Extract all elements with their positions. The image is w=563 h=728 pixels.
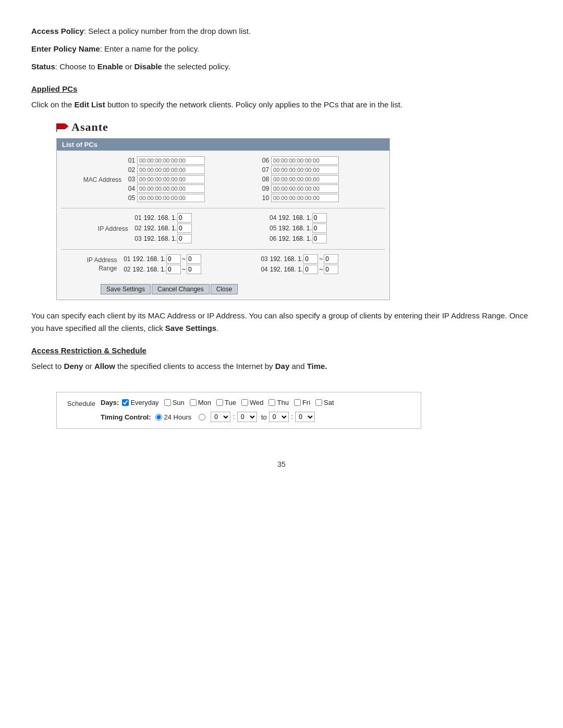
asante-logo: Asante	[56, 120, 532, 134]
custom-option[interactable]	[199, 414, 207, 421]
mac-input-03[interactable]	[137, 175, 205, 183]
ip-range-from-02[interactable]	[166, 265, 181, 274]
24h-radio[interactable]	[155, 414, 162, 421]
allow-bold: Allow	[94, 362, 115, 371]
ip-range-label: IP AddressRange	[61, 252, 118, 278]
everyday-checkbox[interactable]	[122, 399, 129, 406]
save-settings-button[interactable]: Save Settings	[101, 284, 151, 294]
from-hour-select[interactable]: 0	[211, 412, 230, 422]
schedule-table: Schedule Days: Everyday Sun	[63, 399, 412, 422]
mac-input-02[interactable]	[137, 166, 205, 174]
sat-checkbox[interactable]	[315, 399, 322, 406]
everyday-item[interactable]: Everyday	[122, 399, 158, 406]
enter-policy-bold: Enter Policy Name	[31, 44, 100, 53]
sun-item[interactable]: Sun	[164, 399, 185, 406]
ip-range-to-02[interactable]	[187, 265, 201, 274]
mac-row-10: 10	[258, 194, 384, 202]
ip-input-04[interactable]	[312, 213, 327, 223]
status-disable: Disable	[134, 62, 162, 71]
mon-item[interactable]: Mon	[190, 399, 211, 406]
pc-list-container: List of PCs MAC Address 01 02 03 04 05	[56, 138, 390, 300]
ip-input-03[interactable]	[177, 234, 192, 243]
to-hour-select[interactable]: 0	[269, 412, 289, 422]
mac-row-7: 07	[258, 166, 384, 174]
fri-checkbox[interactable]	[294, 399, 301, 406]
mac-input-10[interactable]	[271, 194, 339, 202]
ip-range-row-2: 02 192. 168. 1. ~	[119, 265, 247, 274]
days-row: Days: Everyday Sun Mon	[101, 399, 412, 406]
mac-address-section: MAC Address 01 02 03 04 05 06 07	[61, 154, 385, 206]
pc-list-body: MAC Address 01 02 03 04 05 06 07	[57, 151, 389, 300]
cancel-changes-button[interactable]: Cancel Changes	[152, 284, 210, 294]
ip-input-06[interactable]	[312, 234, 327, 243]
ip-range-from-04[interactable]	[303, 265, 318, 274]
ip-range-from-01[interactable]	[166, 254, 181, 264]
deny-bold: Deny	[64, 362, 83, 371]
applied-pcs-desc: Click on the Edit List button to specify…	[31, 98, 532, 111]
schedule-row: Schedule Days: Everyday Sun	[63, 399, 412, 422]
mac-row-5: 05	[124, 194, 250, 202]
mac-input-06[interactable]	[271, 156, 339, 165]
access-policy-bold: Access Policy	[31, 27, 84, 35]
ip-range-from-03[interactable]	[303, 254, 318, 264]
wed-checkbox[interactable]	[241, 399, 248, 406]
status-bold: Status	[31, 62, 55, 71]
ip-input-01[interactable]	[177, 213, 192, 223]
thu-item[interactable]: Thu	[268, 399, 288, 406]
edit-list-bold: Edit List	[75, 100, 105, 109]
thu-checkbox[interactable]	[268, 399, 275, 406]
ip-row-6: 06 192. 168. 1.	[265, 234, 384, 243]
day-bold: Day	[275, 362, 290, 371]
time-bold: Time.	[307, 362, 327, 371]
ip-range-to-03[interactable]	[324, 254, 338, 264]
sat-label: Sat	[324, 399, 334, 406]
mac-input-05[interactable]	[137, 194, 205, 202]
mac-rows-left: 01 02 03 04 05 06 07 08 09 10	[124, 154, 384, 205]
schedule-label: Schedule	[63, 399, 101, 422]
mac-row-9: 09	[258, 184, 384, 193]
ip-input-05[interactable]	[312, 224, 327, 233]
ip-col-left: 01 192. 168. 1. 02 192. 168. 1. 03	[130, 213, 250, 244]
custom-radio[interactable]	[199, 414, 205, 421]
ip-input-02[interactable]	[177, 224, 192, 233]
mon-checkbox[interactable]	[190, 399, 197, 406]
mac-input-09[interactable]	[271, 184, 339, 193]
ip-range-col-left: 01 192. 168. 1. ~ 02 192. 168. 1. ~	[119, 254, 247, 275]
from-min-select[interactable]: 0	[237, 412, 257, 422]
schedule-container: Schedule Days: Everyday Sun	[56, 392, 421, 429]
ip-range-to-01[interactable]	[187, 254, 201, 264]
schedule-inner: Schedule Days: Everyday Sun	[56, 392, 421, 429]
mac-col-left: 01 02 03 04 05	[124, 156, 250, 203]
mac-input-08[interactable]	[271, 175, 339, 183]
specify-clients-desc: You can specify each client by its MAC A…	[31, 310, 532, 335]
sun-checkbox[interactable]	[164, 399, 171, 406]
fri-item[interactable]: Fri	[294, 399, 310, 406]
thu-label: Thu	[277, 399, 288, 406]
wed-item[interactable]: Wed	[241, 399, 264, 406]
mac-input-01[interactable]	[137, 156, 205, 165]
mon-label: Mon	[198, 399, 211, 406]
ip-range-to-04[interactable]	[324, 265, 338, 274]
ip-range-divider	[61, 249, 385, 250]
mac-row-1: 01	[124, 156, 250, 165]
close-button[interactable]: Close	[211, 284, 238, 294]
mac-input-04[interactable]	[137, 184, 205, 193]
ip-rows: 01 192. 168. 1. 02 192. 168. 1. 03	[130, 211, 384, 246]
mac-row-2: 02	[124, 166, 250, 174]
24h-option[interactable]: 24 Hours	[155, 413, 192, 421]
timing-control-label: Timing Control:	[101, 413, 151, 421]
applied-pcs-heading: Applied PCs	[31, 84, 532, 93]
mac-row-8: 08	[258, 175, 384, 183]
sat-item[interactable]: Sat	[315, 399, 334, 406]
pc-list-header: List of PCs	[57, 139, 389, 151]
ip-range-row-4: 04 192. 168. 1. ~	[256, 265, 384, 274]
mac-row-4: 04	[124, 184, 250, 193]
asante-logo-text: Asante	[71, 120, 108, 134]
to-min-select[interactable]: 0	[295, 412, 315, 422]
tue-checkbox[interactable]	[216, 399, 223, 406]
mac-row-6: 06	[258, 156, 384, 165]
tue-item[interactable]: Tue	[216, 399, 236, 406]
ip-col-right: 04 192. 168. 1. 05 192. 168. 1. 06	[265, 213, 384, 244]
mac-input-07[interactable]	[271, 166, 339, 174]
ip-row-3: 03 192. 168. 1.	[130, 234, 250, 243]
